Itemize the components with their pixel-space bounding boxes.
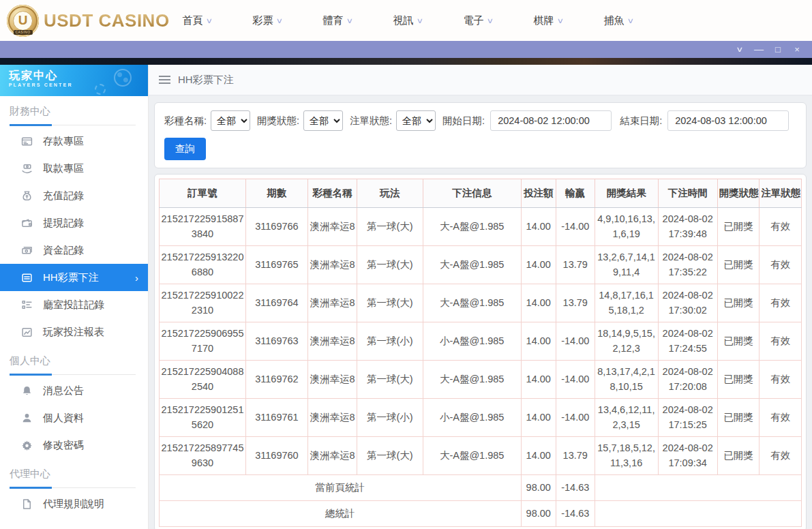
top-nav-bar: U CASINO USDT CASINO 首頁∨彩票∨體育∨視訊∨電子∨棋牌∨捕… <box>0 0 812 41</box>
order-no-cell: 2152172259132206880 <box>160 246 246 284</box>
sidebar-header: 玩家中心 PLAYERS CENTER <box>0 65 148 96</box>
bell-icon <box>21 385 33 397</box>
sidebar-item-report-chart[interactable]: 玩家投注報表 <box>0 318 148 346</box>
main-nav: 首頁∨彩票∨體育∨視訊∨電子∨棋牌∨捕魚∨ <box>162 14 654 27</box>
nav-item-1[interactable]: 彩票∨ <box>232 14 303 27</box>
lottery-name-cell: 澳洲幸运8 <box>307 437 357 475</box>
sidebar-item-document[interactable]: 代理規則說明 <box>0 490 148 517</box>
bet-info-cell: 大-A盤@1.985 <box>423 361 521 399</box>
nav-item-5[interactable]: 棋牌∨ <box>513 14 584 27</box>
summary-bet-amount: 98.00 <box>521 475 556 501</box>
sidebar-item-label: 廳室投註記錄 <box>43 299 138 312</box>
nav-item-label: 棋牌 <box>533 14 554 27</box>
bet-amount-cell: 14.00 <box>521 361 556 399</box>
search-button[interactable]: 查詢 <box>164 138 206 160</box>
win-loss-cell: 13.79 <box>556 246 595 284</box>
nav-item-0[interactable]: 首頁∨ <box>162 14 232 27</box>
win-loss-cell: -14.00 <box>556 361 595 399</box>
total-summary-row: 總統計98.00-14.63 <box>160 501 802 527</box>
window-close-icon[interactable]: × <box>787 41 807 58</box>
lottery-name-cell: 澳洲幸运8 <box>307 208 357 246</box>
nav-item-2[interactable]: 體育∨ <box>303 14 373 27</box>
period-cell: 31169762 <box>245 361 307 399</box>
draw-status-cell: 已開獎 <box>717 284 760 322</box>
sidebar-item-label: 修改密碼 <box>43 439 138 452</box>
current-page-summary-row: 當前頁統計98.00-14.63 <box>160 475 802 501</box>
nav-item-label: 首頁 <box>182 14 202 27</box>
bet-status-cell: 有效 <box>760 361 802 399</box>
dark-divider-strip <box>0 58 812 65</box>
sidebar-item-funds-money[interactable]: 資金記錄 <box>0 237 148 264</box>
draw-result-cell: 14,8,17,16,15,18,1,2 <box>595 284 658 322</box>
nav-item-4[interactable]: 電子∨ <box>443 14 513 27</box>
page-title: HH彩票下注 <box>178 74 234 87</box>
lottery-name-cell: 澳洲幸运8 <box>307 246 357 284</box>
sidebar: 玩家中心 PLAYERS CENTER 財務中心存款專區取款專區充值記錄提現記錄… <box>0 65 149 529</box>
sidebar-item-label: 個人資料 <box>43 412 138 425</box>
play-type-cell: 第一球(大) <box>357 284 423 322</box>
win-loss-cell: 13.79 <box>556 284 595 322</box>
nav-item-3[interactable]: 視訊∨ <box>373 14 443 27</box>
table-row: 215217225910022231031169764澳洲幸运8第一球(大)大-… <box>160 284 802 322</box>
sidebar-item-label: 取款專區 <box>43 162 138 175</box>
sidebar-item-withdraw-wallet[interactable]: 提現記錄 <box>0 209 148 237</box>
sidebar-item-label: 代理規則說明 <box>43 498 138 511</box>
period-cell: 31169760 <box>245 437 307 475</box>
sidebar-item-room-record[interactable]: 廳室投註記錄 <box>0 291 148 318</box>
nav-item-6[interactable]: 捕魚∨ <box>584 14 654 27</box>
nav-item-label: 電子 <box>463 14 483 27</box>
sidebar-item-deposit-card[interactable]: 存款專區 <box>0 127 148 155</box>
chevron-right-icon: › <box>135 272 138 284</box>
withdraw-hand-icon <box>21 163 33 175</box>
window-maximize-icon[interactable]: □ <box>768 41 787 58</box>
sidebar-item-recharge-moneybag[interactable]: 充值記錄 <box>0 182 148 209</box>
play-type-cell: 第一球(小) <box>357 399 423 437</box>
section-underline <box>10 485 136 488</box>
order-no-cell: 2152172259158873840 <box>160 208 246 246</box>
summary-empty <box>595 501 801 527</box>
end-date-input[interactable] <box>667 110 789 131</box>
window-chevron-down-icon[interactable]: ∨ <box>726 41 753 58</box>
start-date-input[interactable] <box>490 110 612 131</box>
main-header: HH彩票下注 <box>149 65 812 95</box>
brand-logo[interactable]: U CASINO USDT CASINO <box>7 5 150 37</box>
play-type-cell: 第一球(大) <box>357 361 423 399</box>
play-type-cell: 第一球(大) <box>357 437 423 475</box>
brand-name: USDT CASINO <box>44 10 170 31</box>
period-cell: 31169763 <box>245 322 307 361</box>
main-area: HH彩票下注 彩種名稱: 全部 開獎狀態: 全部 注單狀態: 全部 <box>149 65 812 529</box>
table-row: 215217225913220688031169765澳洲幸运8第一球(大)大-… <box>160 246 802 284</box>
col-header-play-type: 玩法 <box>357 179 423 208</box>
sidebar-item-withdraw-hand[interactable]: 取款專區 <box>0 155 148 182</box>
table-row: 215217225897745963031169760澳洲幸运8第一球(大)大-… <box>160 437 802 475</box>
bet-info-cell: 大-A盤@1.985 <box>423 284 521 322</box>
section-underline <box>10 123 136 125</box>
sidebar-item-person[interactable]: 個人資料 <box>0 404 148 432</box>
summary-bet-amount: 98.00 <box>521 501 556 527</box>
chevron-down-icon: ∨ <box>276 16 284 25</box>
col-header-draw-result: 開獎結果 <box>595 179 658 208</box>
person-icon <box>21 412 33 424</box>
period-cell: 31169765 <box>245 246 307 284</box>
section-heading-2: 代理中心 <box>0 459 148 481</box>
sidebar-item-label: HH彩票下注 <box>43 271 135 284</box>
lottery-name-cell: 澳洲幸运8 <box>307 322 357 361</box>
draw-result-cell: 4,9,10,16,13,1,6,19 <box>595 208 658 246</box>
draw-status-label: 開獎狀態: <box>257 115 299 127</box>
draw-result-cell: 15,7,18,5,12,11,3,16 <box>595 437 658 475</box>
sidebar-item-lottery-bet[interactable]: HH彩票下注› <box>0 264 148 291</box>
sidebar-item-bell[interactable]: 消息公告 <box>0 377 148 404</box>
draw-result-cell: 8,13,17,4,2,18,10,15 <box>595 361 658 399</box>
table-row: 215217225915887384031169766澳洲幸运8第一球(大)大-… <box>160 208 802 246</box>
period-cell: 31169766 <box>245 208 307 246</box>
bet-status-select[interactable]: 全部 <box>396 110 436 131</box>
bet-info-cell: 小-A盤@1.985 <box>423 399 521 437</box>
sidebar-item-gear[interactable]: 修改密碼 <box>0 432 148 459</box>
col-header-lottery-name: 彩種名稱 <box>307 179 357 208</box>
draw-result-cell: 13,4,6,12,11,2,3,15 <box>595 399 658 437</box>
bet-status-cell: 有效 <box>760 322 802 361</box>
lottery-name-select[interactable]: 全部 <box>211 110 250 131</box>
hamburger-menu-icon[interactable] <box>159 74 170 86</box>
draw-status-select[interactable]: 全部 <box>303 110 343 131</box>
summary-empty <box>595 475 801 501</box>
